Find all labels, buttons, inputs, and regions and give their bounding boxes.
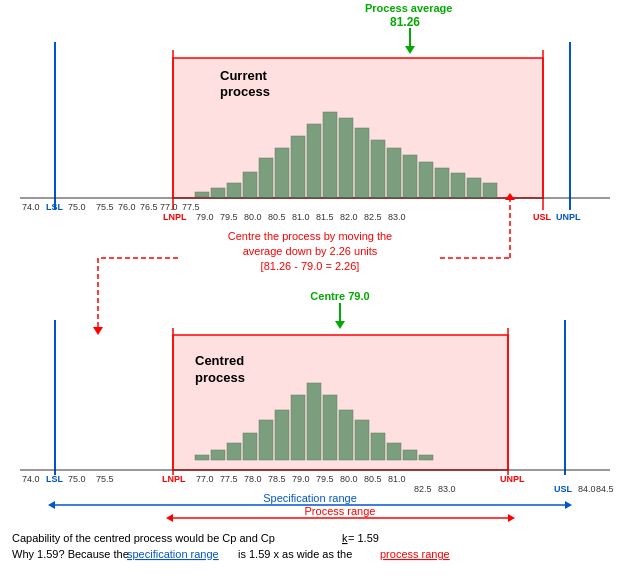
- bar-b: [371, 433, 385, 460]
- bar: [483, 183, 497, 198]
- centre-arrowhead: [335, 321, 345, 329]
- x-label-b: 84.0: [578, 484, 596, 494]
- x-label-b: 81.0: [388, 474, 406, 484]
- x-label-b: 78.5: [268, 474, 286, 484]
- x-label: 80.5: [268, 212, 286, 222]
- x-label-lnpl: LNPL: [163, 212, 187, 222]
- x-label-b: 80.5: [364, 474, 382, 484]
- bar-b: [403, 450, 417, 460]
- bar: [355, 128, 369, 198]
- x-label: 82.5: [364, 212, 382, 222]
- x-label-lsl-b: LSL: [46, 474, 64, 484]
- x-label-b: 75.5: [96, 474, 114, 484]
- spec-range-arrow-right: [565, 501, 572, 509]
- top-chart-label: Current: [220, 68, 268, 83]
- center-msg-1: Centre the process by moving the: [228, 230, 392, 242]
- x-label: 81.0: [292, 212, 310, 222]
- x-label-usl-b: USL: [554, 484, 573, 494]
- process-average-value: 81.26: [390, 15, 420, 29]
- bar-b: [355, 420, 369, 460]
- bar: [291, 136, 305, 198]
- x-label-unpl-b: UNPL: [500, 474, 525, 484]
- x-label-lsl: LSL: [46, 202, 64, 212]
- bar: [211, 188, 225, 198]
- x-label: 76.0: [118, 202, 136, 212]
- x-label: 75.0: [68, 202, 86, 212]
- bar-b: [211, 450, 225, 460]
- diagram-svg: Current process 74.0 LSL 75.0 75.5 76.0 …: [0, 0, 638, 582]
- spec-range-arrow-left: [48, 501, 55, 509]
- x-label: 83.0: [388, 212, 406, 222]
- x-label: 81.5: [316, 212, 334, 222]
- bar-b: [275, 410, 289, 460]
- bar: [403, 155, 417, 198]
- x-label: 79.5: [220, 212, 238, 222]
- bottom-text-line2b: is 1.59 x as wide as the: [238, 548, 352, 560]
- bar-b: [259, 420, 273, 460]
- dashed-left-arrow: [93, 327, 103, 335]
- process-average-label: Process average: [365, 2, 452, 14]
- x-label: 75.5: [96, 202, 114, 212]
- bar: [419, 162, 433, 198]
- x-label-b: 79.5: [316, 474, 334, 484]
- x-label-b: 75.0: [68, 474, 86, 484]
- x-label-b: 82.5: [414, 484, 432, 494]
- centre-label: Centre 79.0: [310, 290, 369, 302]
- bar-b: [227, 443, 241, 460]
- x-label-b: 80.0: [340, 474, 358, 484]
- bar: [195, 192, 209, 197]
- bar-b: [243, 433, 257, 460]
- bar-b: [323, 395, 337, 460]
- x-label: 74.0: [22, 202, 40, 212]
- x-label: 76.5: [140, 202, 158, 212]
- bottom-text-line2a: Why 1.59? Because the: [12, 548, 129, 560]
- bar: [275, 148, 289, 198]
- x-label: 80.0: [244, 212, 262, 222]
- bar: [323, 112, 337, 198]
- process-range-arrow-right: [508, 514, 515, 522]
- bar-b: [339, 410, 353, 460]
- x-label: 77.5: [182, 202, 200, 212]
- bar-b: [419, 455, 433, 460]
- bar: [259, 158, 273, 198]
- bar: [435, 168, 449, 198]
- bottom-chart-label2: process: [195, 370, 245, 385]
- x-label-b: 74.0: [22, 474, 40, 484]
- bottom-text-line1b: = 1.59: [348, 532, 379, 544]
- x-label-b: 79.0: [292, 474, 310, 484]
- bar: [387, 148, 401, 198]
- x-label: 77.0: [160, 202, 178, 212]
- top-chart-label2: process: [220, 84, 270, 99]
- bar: [339, 118, 353, 198]
- x-label: 79.0: [196, 212, 214, 222]
- bar: [307, 124, 321, 198]
- x-label-lnpl-b: LNPL: [162, 474, 186, 484]
- bottom-text-process-range: process range: [380, 548, 450, 560]
- bar: [243, 172, 257, 198]
- spec-range-label: Specification range: [263, 492, 357, 504]
- bottom-text-spec-range: specification range: [127, 548, 219, 560]
- x-label: 82.0: [340, 212, 358, 222]
- bottom-text-line1: Capability of the centred process would …: [12, 532, 275, 544]
- x-label-b: 84.5: [596, 484, 614, 494]
- x-label-b: 78.0: [244, 474, 262, 484]
- bar: [467, 178, 481, 198]
- bar: [371, 140, 385, 198]
- process-range-label: Process range: [305, 505, 376, 517]
- bar-b: [387, 443, 401, 460]
- x-label-unpl-top: UNPL: [556, 212, 581, 222]
- x-label-b: 83.0: [438, 484, 456, 494]
- x-label-b: 77.0: [196, 474, 214, 484]
- bar-b: [307, 383, 321, 460]
- main-container: Current process 74.0 LSL 75.0 75.5 76.0 …: [0, 0, 638, 582]
- bar-b: [195, 455, 209, 460]
- bar: [451, 173, 465, 198]
- process-range-arrow-left: [166, 514, 173, 522]
- bottom-chart-label1: Centred: [195, 353, 244, 368]
- x-label-usl-top: USL: [533, 212, 552, 222]
- center-msg-2: average down by 2.26 units: [243, 245, 378, 257]
- bar-b: [291, 395, 305, 460]
- bar: [227, 183, 241, 198]
- center-msg-3: [81.26 - 79.0 = 2.26]: [261, 260, 360, 272]
- process-avg-arrowhead: [405, 46, 415, 54]
